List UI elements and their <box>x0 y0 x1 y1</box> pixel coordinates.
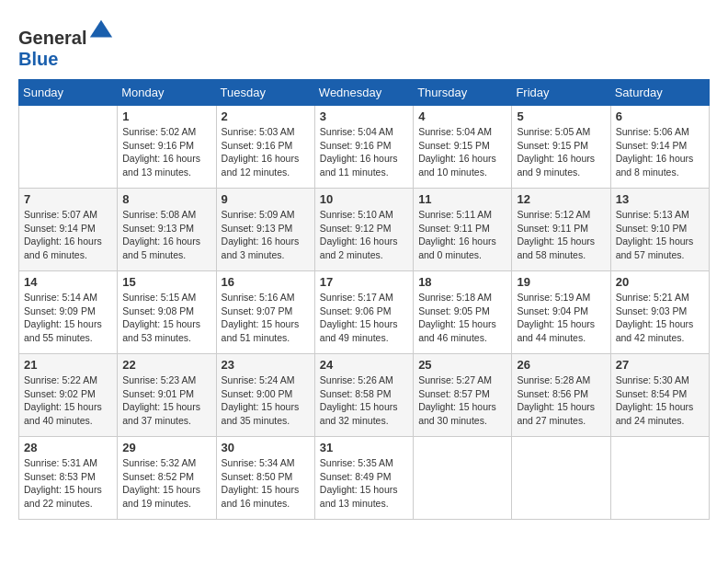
calendar-cell <box>512 437 610 520</box>
calendar-cell: 5Sunrise: 5:05 AMSunset: 9:15 PMDaylight… <box>512 106 610 189</box>
calendar-week-row: 28Sunrise: 5:31 AMSunset: 8:53 PMDayligh… <box>19 437 710 520</box>
calendar-cell: 21Sunrise: 5:22 AMSunset: 9:02 PMDayligh… <box>19 354 118 437</box>
calendar-cell: 31Sunrise: 5:35 AMSunset: 8:49 PMDayligh… <box>314 437 413 520</box>
day-info: Sunrise: 5:27 AMSunset: 8:57 PMDaylight:… <box>418 373 506 428</box>
day-number: 9 <box>222 192 310 206</box>
day-number: 18 <box>418 275 506 289</box>
weekday-header-sunday: Sunday <box>19 80 118 106</box>
day-info: Sunrise: 5:10 AMSunset: 9:12 PMDaylight:… <box>320 208 408 262</box>
day-number: 19 <box>517 275 605 289</box>
weekday-header-monday: Monday <box>118 80 216 106</box>
day-info: Sunrise: 5:21 AMSunset: 9:03 PMDaylight:… <box>616 291 704 345</box>
day-info: Sunrise: 5:31 AMSunset: 8:53 PMDaylight:… <box>24 456 112 511</box>
calendar-cell: 12Sunrise: 5:12 AMSunset: 9:11 PMDayligh… <box>512 189 610 271</box>
day-number: 22 <box>122 358 210 372</box>
calendar-cell: 10Sunrise: 5:10 AMSunset: 9:12 PMDayligh… <box>314 189 413 271</box>
calendar-cell: 28Sunrise: 5:31 AMSunset: 8:53 PMDayligh… <box>19 437 118 520</box>
day-info: Sunrise: 5:22 AMSunset: 9:02 PMDaylight:… <box>24 373 112 428</box>
day-info: Sunrise: 5:18 AMSunset: 9:05 PMDaylight:… <box>418 291 506 345</box>
day-number: 31 <box>320 441 408 454</box>
day-info: Sunrise: 5:02 AMSunset: 9:16 PMDaylight:… <box>122 125 210 179</box>
calendar-cell: 9Sunrise: 5:09 AMSunset: 9:13 PMDaylight… <box>216 189 314 271</box>
calendar-cell <box>610 437 709 520</box>
day-info: Sunrise: 5:15 AMSunset: 9:08 PMDaylight:… <box>122 291 210 345</box>
calendar-cell: 16Sunrise: 5:16 AMSunset: 9:07 PMDayligh… <box>216 271 314 354</box>
page-header: General Blue <box>18 18 710 70</box>
day-number: 1 <box>122 109 210 123</box>
calendar-cell: 6Sunrise: 5:06 AMSunset: 9:14 PMDaylight… <box>610 106 709 189</box>
calendar-cell: 22Sunrise: 5:23 AMSunset: 9:01 PMDayligh… <box>118 354 216 437</box>
day-number: 15 <box>122 275 210 289</box>
calendar-cell: 27Sunrise: 5:30 AMSunset: 8:54 PMDayligh… <box>610 354 709 437</box>
day-number: 6 <box>616 109 704 123</box>
day-number: 5 <box>517 109 605 123</box>
calendar-cell: 24Sunrise: 5:26 AMSunset: 8:58 PMDayligh… <box>314 354 413 437</box>
day-number: 25 <box>418 358 506 372</box>
logo: General Blue <box>18 18 114 70</box>
calendar-cell: 11Sunrise: 5:11 AMSunset: 9:11 PMDayligh… <box>414 189 512 271</box>
calendar-week-row: 7Sunrise: 5:07 AMSunset: 9:14 PMDaylight… <box>19 189 710 271</box>
calendar-cell: 18Sunrise: 5:18 AMSunset: 9:05 PMDayligh… <box>414 271 512 354</box>
day-number: 8 <box>122 192 210 206</box>
day-info: Sunrise: 5:16 AMSunset: 9:07 PMDaylight:… <box>222 291 310 345</box>
weekday-header-thursday: Thursday <box>414 80 512 106</box>
calendar-cell: 13Sunrise: 5:13 AMSunset: 9:10 PMDayligh… <box>610 189 709 271</box>
weekday-header-tuesday: Tuesday <box>216 80 314 106</box>
day-info: Sunrise: 5:04 AMSunset: 9:16 PMDaylight:… <box>320 125 408 179</box>
weekday-header-friday: Friday <box>512 80 610 106</box>
day-number: 27 <box>616 358 704 372</box>
day-number: 20 <box>616 275 704 289</box>
calendar-cell: 3Sunrise: 5:04 AMSunset: 9:16 PMDaylight… <box>314 106 413 189</box>
day-info: Sunrise: 5:17 AMSunset: 9:06 PMDaylight:… <box>320 291 408 345</box>
calendar-cell: 2Sunrise: 5:03 AMSunset: 9:16 PMDaylight… <box>216 106 314 189</box>
calendar-cell: 8Sunrise: 5:08 AMSunset: 9:13 PMDaylight… <box>118 189 216 271</box>
day-number: 4 <box>418 109 506 123</box>
day-number: 29 <box>122 441 210 454</box>
day-number: 12 <box>517 192 605 206</box>
day-info: Sunrise: 5:07 AMSunset: 9:14 PMDaylight:… <box>24 208 112 262</box>
day-info: Sunrise: 5:28 AMSunset: 8:56 PMDaylight:… <box>517 373 605 428</box>
day-info: Sunrise: 5:32 AMSunset: 8:52 PMDaylight:… <box>122 456 210 511</box>
calendar-cell: 23Sunrise: 5:24 AMSunset: 9:00 PMDayligh… <box>216 354 314 437</box>
day-info: Sunrise: 5:11 AMSunset: 9:11 PMDaylight:… <box>418 208 506 262</box>
day-number: 26 <box>517 358 605 372</box>
calendar-cell: 29Sunrise: 5:32 AMSunset: 8:52 PMDayligh… <box>118 437 216 520</box>
day-number: 17 <box>320 275 408 289</box>
day-info: Sunrise: 5:13 AMSunset: 9:10 PMDaylight:… <box>616 208 704 262</box>
day-number: 14 <box>24 275 112 289</box>
day-number: 24 <box>320 358 408 372</box>
logo-icon <box>88 18 114 44</box>
day-info: Sunrise: 5:24 AMSunset: 9:00 PMDaylight:… <box>222 373 310 428</box>
logo-blue: Blue <box>18 49 58 69</box>
day-info: Sunrise: 5:05 AMSunset: 9:15 PMDaylight:… <box>517 125 605 179</box>
day-number: 2 <box>222 109 310 123</box>
day-number: 7 <box>24 192 112 206</box>
day-number: 30 <box>222 441 310 454</box>
calendar-cell: 7Sunrise: 5:07 AMSunset: 9:14 PMDaylight… <box>19 189 118 271</box>
day-info: Sunrise: 5:04 AMSunset: 9:15 PMDaylight:… <box>418 125 506 179</box>
day-info: Sunrise: 5:30 AMSunset: 8:54 PMDaylight:… <box>616 373 704 428</box>
weekday-header-row: SundayMondayTuesdayWednesdayThursdayFrid… <box>19 80 710 106</box>
day-info: Sunrise: 5:12 AMSunset: 9:11 PMDaylight:… <box>517 208 605 262</box>
day-info: Sunrise: 5:03 AMSunset: 9:16 PMDaylight:… <box>222 125 310 179</box>
calendar-cell <box>414 437 512 520</box>
day-info: Sunrise: 5:08 AMSunset: 9:13 PMDaylight:… <box>122 208 210 262</box>
calendar-cell <box>19 106 118 189</box>
day-number: 16 <box>222 275 310 289</box>
calendar-cell: 30Sunrise: 5:34 AMSunset: 8:50 PMDayligh… <box>216 437 314 520</box>
svg-marker-0 <box>90 20 112 38</box>
day-info: Sunrise: 5:19 AMSunset: 9:04 PMDaylight:… <box>517 291 605 345</box>
day-number: 10 <box>320 192 408 206</box>
calendar-cell: 15Sunrise: 5:15 AMSunset: 9:08 PMDayligh… <box>118 271 216 354</box>
calendar-table: SundayMondayTuesdayWednesdayThursdayFrid… <box>18 79 710 520</box>
day-info: Sunrise: 5:09 AMSunset: 9:13 PMDaylight:… <box>222 208 310 262</box>
calendar-cell: 4Sunrise: 5:04 AMSunset: 9:15 PMDaylight… <box>414 106 512 189</box>
day-info: Sunrise: 5:23 AMSunset: 9:01 PMDaylight:… <box>122 373 210 428</box>
day-number: 28 <box>24 441 112 454</box>
calendar-cell: 19Sunrise: 5:19 AMSunset: 9:04 PMDayligh… <box>512 271 610 354</box>
day-info: Sunrise: 5:26 AMSunset: 8:58 PMDaylight:… <box>320 373 408 428</box>
day-number: 3 <box>320 109 408 123</box>
day-info: Sunrise: 5:06 AMSunset: 9:14 PMDaylight:… <box>616 125 704 179</box>
calendar-cell: 20Sunrise: 5:21 AMSunset: 9:03 PMDayligh… <box>610 271 709 354</box>
calendar-cell: 14Sunrise: 5:14 AMSunset: 9:09 PMDayligh… <box>19 271 118 354</box>
